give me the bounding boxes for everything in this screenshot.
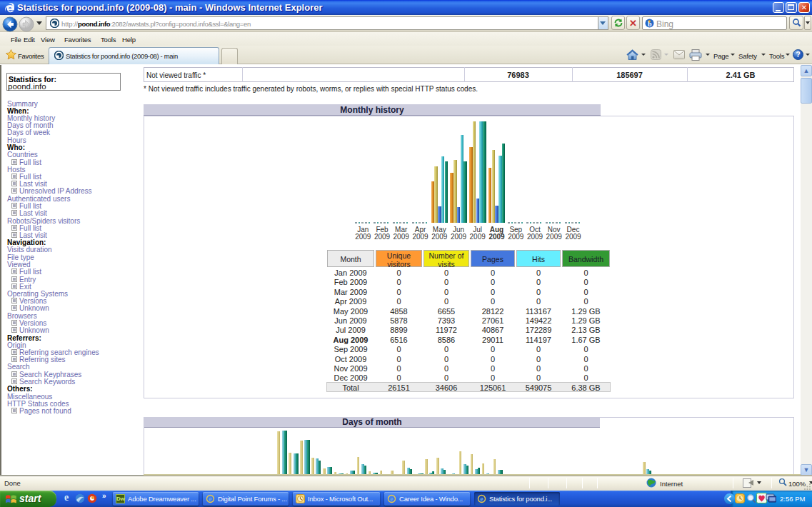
svg-text:?: ? — [796, 51, 800, 59]
svg-text:e: e — [480, 495, 483, 503]
svg-text:e: e — [209, 495, 212, 503]
svg-text:e: e — [390, 495, 394, 503]
svg-text:b: b — [648, 20, 652, 28]
